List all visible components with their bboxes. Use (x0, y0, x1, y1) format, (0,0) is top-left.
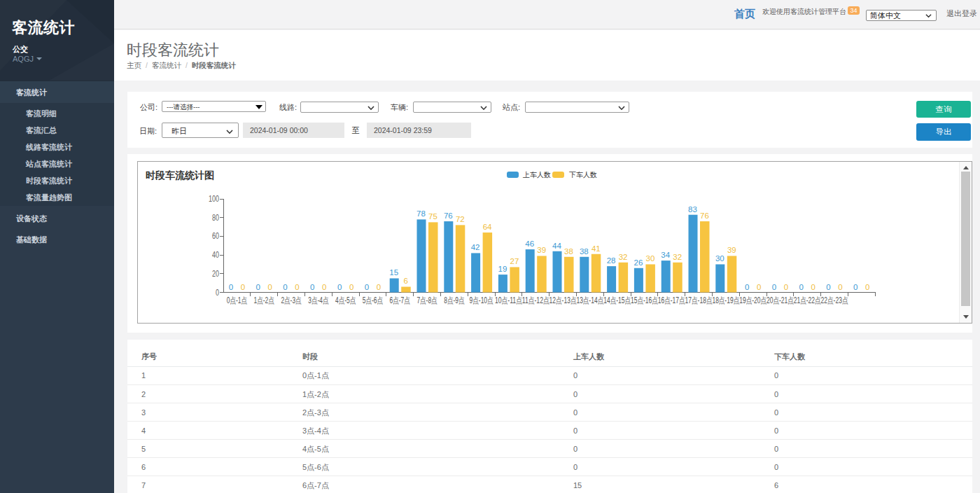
svg-text:80: 80 (212, 213, 219, 223)
svg-text:28: 28 (607, 256, 616, 265)
svg-text:0: 0 (216, 288, 219, 298)
svg-text:0: 0 (811, 283, 815, 291)
svg-text:22点-23点: 22点-23点 (821, 296, 848, 305)
svg-text:40: 40 (212, 250, 219, 260)
svg-text:17点-18点: 17点-18点 (685, 296, 713, 305)
svg-text:19点-20点: 19点-20点 (739, 296, 766, 305)
svg-text:5点-6点: 5点-6点 (363, 296, 383, 305)
svg-text:0: 0 (853, 283, 858, 291)
svg-text:14点-15点: 14点-15点 (603, 296, 631, 305)
svg-text:30: 30 (715, 254, 724, 263)
svg-text:0: 0 (365, 283, 369, 291)
svg-text:0: 0 (799, 283, 803, 291)
svg-text:39: 39 (537, 246, 546, 254)
svg-text:72: 72 (456, 215, 465, 223)
svg-text:44: 44 (552, 242, 561, 250)
svg-text:0: 0 (241, 283, 245, 291)
svg-text:100: 100 (209, 194, 219, 204)
svg-text:41: 41 (592, 244, 601, 253)
svg-text:26: 26 (634, 258, 643, 267)
svg-text:15点-16点: 15点-16点 (631, 296, 658, 305)
svg-text:46: 46 (525, 239, 534, 248)
svg-text:75: 75 (428, 212, 438, 221)
svg-text:12点-13点: 12点-13点 (550, 296, 577, 305)
svg-text:3点-4点: 3点-4点 (308, 296, 328, 305)
svg-text:8点-9点: 8点-9点 (444, 296, 464, 305)
svg-text:11点-12点: 11点-12点 (522, 296, 550, 305)
svg-text:0: 0 (757, 283, 761, 291)
svg-text:7点-8点: 7点-8点 (416, 296, 437, 305)
svg-text:76: 76 (444, 211, 453, 220)
svg-text:15: 15 (389, 268, 398, 277)
svg-text:18点-19点: 18点-19点 (712, 296, 739, 305)
svg-text:0: 0 (295, 283, 299, 291)
svg-text:0: 0 (865, 283, 869, 291)
svg-text:0: 0 (377, 283, 381, 291)
svg-text:42: 42 (471, 243, 480, 251)
svg-text:13点-14点: 13点-14点 (576, 296, 603, 305)
svg-text:4点-5点: 4点-5点 (335, 296, 356, 305)
svg-text:0: 0 (283, 283, 287, 291)
svg-text:38: 38 (564, 247, 573, 256)
svg-text:0: 0 (267, 283, 272, 291)
svg-text:27: 27 (510, 257, 519, 265)
svg-text:21点-22点: 21点-22点 (794, 296, 821, 305)
svg-text:32: 32 (673, 253, 682, 261)
svg-text:76: 76 (700, 211, 709, 220)
svg-text:0: 0 (838, 283, 842, 291)
svg-text:2点-3点: 2点-3点 (281, 296, 301, 305)
svg-text:0: 0 (772, 283, 776, 291)
svg-text:0: 0 (784, 283, 788, 291)
svg-text:32: 32 (619, 253, 628, 261)
svg-text:0: 0 (229, 283, 233, 291)
svg-text:78: 78 (416, 209, 426, 218)
svg-text:0: 0 (349, 283, 354, 291)
svg-text:0: 0 (310, 283, 314, 291)
svg-text:20点-21点: 20点-21点 (766, 296, 794, 305)
svg-text:60: 60 (212, 231, 219, 241)
svg-text:64: 64 (483, 223, 492, 231)
svg-text:83: 83 (688, 205, 697, 214)
svg-text:0: 0 (255, 283, 260, 291)
svg-text:0: 0 (337, 283, 342, 291)
svg-text:16点-17点: 16点-17点 (658, 296, 685, 305)
svg-text:19: 19 (498, 265, 507, 273)
svg-text:0: 0 (745, 283, 749, 291)
svg-text:9点-10点: 9点-10点 (470, 296, 493, 305)
svg-text:10点-11点: 10点-11点 (495, 296, 522, 305)
svg-text:34: 34 (661, 251, 670, 259)
svg-text:30: 30 (646, 254, 655, 263)
svg-text:6点-7点: 6点-7点 (390, 296, 410, 305)
svg-text:0: 0 (322, 283, 326, 291)
svg-text:20: 20 (212, 269, 219, 279)
svg-text:39: 39 (727, 246, 736, 254)
svg-text:0: 0 (826, 283, 830, 291)
svg-text:0点-1点: 0点-1点 (227, 296, 247, 305)
svg-text:38: 38 (580, 247, 589, 256)
svg-text:1点-2点: 1点-2点 (254, 296, 274, 305)
svg-text:6: 6 (403, 277, 407, 285)
